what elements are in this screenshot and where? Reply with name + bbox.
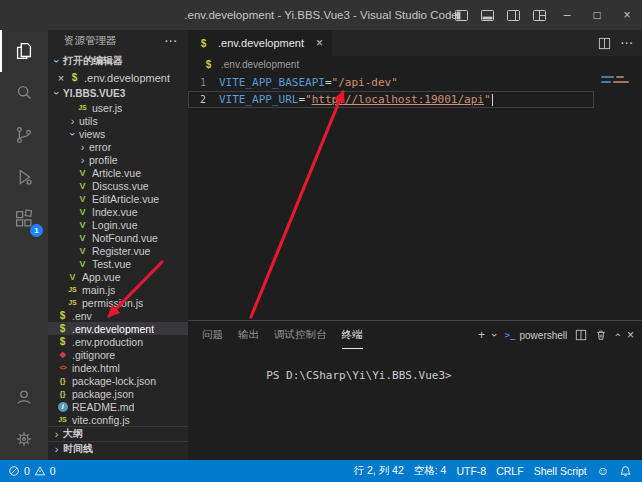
- status-item-4[interactable]: Shell Script: [534, 465, 587, 477]
- panel-tab-2[interactable]: 调试控制台: [274, 321, 327, 349]
- open-editor-item[interactable]: × $ .env.development: [48, 70, 188, 85]
- status-item-2[interactable]: UTF-8: [456, 465, 486, 477]
- panel-tab-3[interactable]: 终端: [342, 321, 363, 349]
- minimap-string-mark: [616, 76, 624, 78]
- terminal-content[interactable]: PS D:\CSharp\Yi\Yi.BBS.Vue3>: [188, 349, 642, 460]
- panel-tab-1[interactable]: 输出: [238, 321, 259, 349]
- warnings-count: 0: [50, 465, 56, 477]
- file-name: main.js: [82, 284, 115, 296]
- code-editor[interactable]: 1VITE_APP_BASEAPI="/api-dev"2VITE_APP_UR…: [188, 72, 642, 320]
- status-bar: 0 0 行 2, 列 42空格: 4UTF-8CRLFShell Script☺: [0, 460, 642, 482]
- minimap[interactable]: [598, 72, 642, 320]
- settings-button[interactable]: [0, 418, 48, 460]
- tree-item-package-lock.json[interactable]: {}package-lock.json: [48, 374, 188, 387]
- line-number: 2: [189, 91, 219, 108]
- file-name: utils: [79, 115, 98, 127]
- tab-env-development[interactable]: $ .env.development ×: [188, 30, 332, 56]
- tree-item-Index.vue[interactable]: VIndex.vue: [48, 205, 188, 218]
- minimap-key-mark: [601, 81, 611, 83]
- close-panel-icon[interactable]: ×: [627, 329, 634, 341]
- env-file-icon: $: [197, 37, 210, 49]
- editor-more-actions-icon[interactable]: ···: [621, 38, 634, 49]
- panel-tab-0[interactable]: 问题: [202, 321, 223, 349]
- file-name: package-lock.json: [72, 375, 156, 387]
- tree-item-main.js[interactable]: JSmain.js: [48, 283, 188, 296]
- maximize-button[interactable]: □: [582, 0, 612, 30]
- more-actions-icon[interactable]: ···: [165, 36, 178, 47]
- split-terminal-icon[interactable]: [575, 329, 587, 341]
- customize-layout-icon[interactable]: [526, 0, 552, 30]
- project-root-label: YI.BBS.VUE3: [63, 88, 125, 99]
- explorer-sidebar: 资源管理器 ··· › 打开的编辑器 × $ .env.development …: [48, 30, 188, 460]
- tree-item-utils[interactable]: ›utils: [48, 114, 188, 127]
- minimap-line-1: [601, 76, 639, 78]
- chevron-down-icon: ›: [51, 87, 63, 100]
- tree-item-.env.development[interactable]: $.env.development: [48, 322, 188, 335]
- notifications-bell-icon[interactable]: [619, 465, 632, 478]
- tree-item-.env.production[interactable]: $.env.production: [48, 335, 188, 348]
- code-token: VITE_APP_URL: [219, 91, 298, 108]
- run-debug-button[interactable]: [0, 156, 48, 198]
- terminal-instance-item[interactable]: >_ powershell: [505, 330, 568, 341]
- breadcrumb[interactable]: $ .env.development: [188, 56, 642, 72]
- tree-item-Login.vue[interactable]: VLogin.vue: [48, 218, 188, 231]
- tree-item-Article.vue[interactable]: VArticle.vue: [48, 166, 188, 179]
- status-item-0[interactable]: 行 2, 列 42: [354, 464, 404, 478]
- code-line-1[interactable]: 1VITE_APP_BASEAPI="/api-dev": [188, 74, 594, 91]
- file-name: index.html: [72, 362, 120, 374]
- code-line-2[interactable]: 2VITE_APP_URL="http://localhost:19001/ap…: [188, 91, 594, 108]
- close-icon[interactable]: ×: [55, 72, 67, 84]
- open-editors-header[interactable]: › 打开的编辑器: [48, 52, 188, 70]
- tree-item-Test.vue[interactable]: VTest.vue: [48, 257, 188, 270]
- close-button[interactable]: ×: [612, 0, 642, 30]
- tree-item-.gitignore[interactable]: ◆.gitignore: [48, 348, 188, 361]
- tree-item-profile[interactable]: ›profile: [48, 153, 188, 166]
- tree-item-Discuss.vue[interactable]: VDiscuss.vue: [48, 179, 188, 192]
- status-item-1[interactable]: 空格: 4: [414, 464, 447, 478]
- tree-item-.env[interactable]: $.env: [48, 309, 188, 322]
- problems-status[interactable]: 0 0: [8, 465, 56, 477]
- extensions-button[interactable]: 1: [0, 198, 48, 240]
- split-editor-icon[interactable]: [598, 37, 611, 50]
- new-terminal-button[interactable]: +: [478, 329, 485, 341]
- tree-item-user.js[interactable]: JSuser.js: [48, 101, 188, 114]
- status-item-3[interactable]: CRLF: [496, 465, 523, 477]
- tree-item-NotFound.vue[interactable]: VNotFound.vue: [48, 231, 188, 244]
- tree-item-error[interactable]: ›error: [48, 140, 188, 153]
- tree-item-App.vue[interactable]: VApp.vue: [48, 270, 188, 283]
- title-bar: .env.development - Yi.BBS.Vue3 - Visual …: [0, 0, 642, 30]
- tree-item-Register.vue[interactable]: VRegister.vue: [48, 244, 188, 257]
- toggle-secondary-sidebar-icon[interactable]: [500, 0, 526, 30]
- minimize-button[interactable]: –: [552, 0, 582, 30]
- file-name: NotFound.vue: [92, 232, 158, 244]
- timeline-header[interactable]: › 时间线: [48, 441, 188, 456]
- bottom-panel: 问题输出调试控制台终端 + › >_ powershell › ×: [188, 320, 642, 460]
- editor-tab-bar: $ .env.development × ···: [188, 30, 642, 56]
- terminal-profile-dropdown-icon[interactable]: ›: [489, 333, 501, 337]
- search-button[interactable]: [0, 72, 48, 114]
- account-button[interactable]: [0, 376, 48, 418]
- kill-terminal-icon[interactable]: [595, 329, 607, 341]
- tree-item-vite.config.js[interactable]: JSvite.config.js: [48, 413, 188, 426]
- source-control-button[interactable]: [0, 114, 48, 156]
- tree-item-index.html[interactable]: <>index.html: [48, 361, 188, 374]
- run-debug-icon: [13, 166, 35, 188]
- extensions-badge: 1: [30, 224, 43, 237]
- tree-item-EditArticle.vue[interactable]: VEditArticle.vue: [48, 192, 188, 205]
- env-file-icon: $: [56, 310, 69, 322]
- tree-item-README.md[interactable]: iREADME.md: [48, 400, 188, 413]
- tree-item-views[interactable]: ›views: [48, 127, 188, 140]
- feedback-icon[interactable]: ☺: [597, 464, 609, 478]
- project-root-header[interactable]: › YI.BBS.VUE3: [48, 85, 188, 101]
- json-file-icon: {}: [56, 375, 69, 387]
- tree-item-permission.js[interactable]: JSpermission.js: [48, 296, 188, 309]
- maximize-panel-icon[interactable]: ›: [611, 333, 623, 337]
- toggle-sidebar-icon[interactable]: [448, 0, 474, 30]
- json-file-icon: {}: [56, 388, 69, 400]
- explorer-button[interactable]: [0, 30, 48, 72]
- tab-close-icon[interactable]: ×: [316, 36, 323, 50]
- toggle-panel-icon[interactable]: [474, 0, 500, 30]
- tree-item-package.json[interactable]: {}package.json: [48, 387, 188, 400]
- outline-header[interactable]: › 大纲: [48, 426, 188, 441]
- file-name: views: [79, 128, 105, 140]
